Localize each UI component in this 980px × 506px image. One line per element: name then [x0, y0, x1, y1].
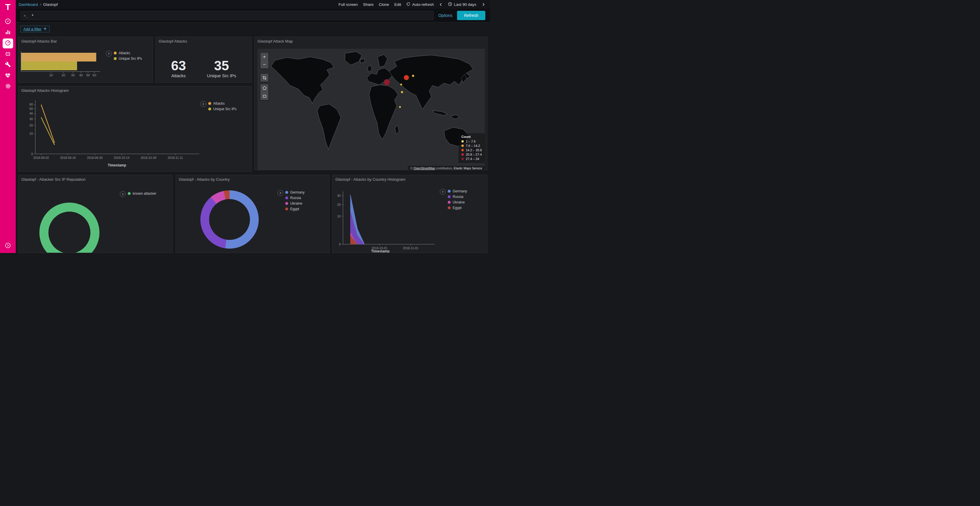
country-donut-chart[interactable]	[200, 190, 259, 249]
bar-chart-icon	[5, 29, 11, 36]
sidebar-item-timelion[interactable]	[3, 49, 13, 59]
map-draw-controls	[261, 84, 268, 100]
panel-src-ip-reputation: Glastopf - Attacker Src IP Reputation kn…	[18, 175, 173, 253]
metric-attacks: 63 Attacks	[171, 59, 186, 78]
legend-item[interactable]: Russia	[285, 196, 304, 200]
panel-attacks-histogram: Glastopf Attacks Histogram 0102030405060…	[18, 86, 252, 172]
map-crop-button[interactable]	[261, 74, 268, 82]
svg-text:2018-09-30: 2018-09-30	[87, 156, 103, 159]
openstreetmap-link[interactable]: OpenStreetMap	[414, 167, 435, 170]
legend-item[interactable]: Egypt	[448, 206, 467, 210]
world-map[interactable]: + −	[258, 49, 485, 170]
legend-toggle[interactable]	[106, 51, 112, 57]
legend-item[interactable]: Germany	[448, 189, 467, 193]
panel-attacks-by-country-histogram: Glastopf - Attacks by Country Histogram …	[332, 175, 487, 253]
svg-text:60: 60	[93, 73, 96, 77]
app-sidebar: T	[0, 0, 16, 253]
legend-dot	[114, 57, 117, 60]
legend-item[interactable]: Unique Src IPs	[208, 107, 237, 111]
legend-item[interactable]: Attacks	[114, 51, 142, 55]
sidebar-item-monitoring[interactable]	[3, 71, 13, 81]
legend-dot	[208, 102, 211, 105]
map-zoom-in-button[interactable]: +	[261, 53, 268, 60]
metric-unique-src-ips: 35 Unique Src IPs	[207, 59, 236, 78]
map-legend-title: Count	[461, 135, 482, 138]
legend-dot	[208, 108, 211, 111]
legend-toggle[interactable]	[277, 190, 283, 196]
legend-dot	[285, 202, 288, 205]
panel-attack-map: Glastopf Attack Map + −	[255, 37, 487, 170]
legend-dot	[448, 190, 450, 193]
map-crop-control	[261, 74, 268, 82]
legend-item[interactable]: 1 – 7.6	[461, 140, 482, 143]
sidebar-item-discover[interactable]	[3, 17, 13, 27]
svg-text:2018-09-16: 2018-09-16	[60, 156, 76, 159]
legend-dot	[448, 201, 450, 204]
legend-item[interactable]: 14.2 – 20.8	[461, 148, 482, 152]
attacks-histogram-chart[interactable]: 01020304050602018-09-022018-09-162018-09…	[21, 94, 210, 170]
robot-icon	[5, 51, 11, 58]
svg-text:Timestamp: Timestamp	[371, 249, 390, 253]
chart-legend: GermanyRussiaUkraineEgypt	[277, 190, 304, 211]
panel-attacks-bar: Glastopf Attacks Bar 102030405060 Attack…	[18, 37, 153, 83]
legend-dot	[461, 140, 464, 143]
map-polygon-button[interactable]	[261, 84, 268, 92]
legend-item[interactable]: Egypt	[285, 207, 304, 211]
legend-item[interactable]: Germany	[285, 190, 304, 194]
svg-text:20: 20	[62, 73, 65, 77]
legend-dot	[114, 52, 117, 54]
legend-toggle[interactable]	[440, 189, 445, 195]
chart-legend: GermanyRussiaUkraineEgypt	[440, 189, 467, 210]
svg-text:30: 30	[29, 117, 33, 121]
legend-toggle[interactable]	[200, 101, 206, 107]
reputation-donut-chart[interactable]	[40, 203, 99, 253]
map-zoom-out-button[interactable]: −	[261, 60, 268, 68]
legend-toggle[interactable]	[120, 191, 126, 197]
metric-label: Attacks	[171, 73, 186, 78]
legend-item[interactable]: 27.4 – 34	[461, 157, 482, 160]
sidebar-item-devtools[interactable]	[3, 60, 13, 70]
map-rectangle-button[interactable]	[261, 92, 268, 100]
svg-text:30: 30	[337, 194, 340, 197]
attacks-bar-chart[interactable]: 102030405060	[20, 49, 107, 78]
sidebar-item-visualize[interactable]	[3, 28, 13, 38]
panel-title: Glastopf - Attacker Src IP Reputation	[21, 177, 169, 182]
legend-dot	[448, 206, 450, 209]
legend-item[interactable]: Attacks	[208, 102, 237, 106]
panel-attacks-metric: Glastopf Attacks 63 Attacks 35 Unique Sr…	[156, 37, 252, 83]
svg-text:40: 40	[29, 112, 33, 115]
legend-item[interactable]: Russia	[448, 195, 467, 199]
svg-text:2018-11-11: 2018-11-11	[168, 156, 183, 159]
legend-dot	[461, 149, 464, 151]
sidebar-item-dashboard[interactable]	[3, 38, 13, 48]
chevron-right-circle-icon	[5, 244, 11, 249]
legend-dot	[461, 158, 464, 160]
svg-text:10: 10	[337, 214, 340, 218]
map-canvas[interactable]	[258, 49, 485, 170]
legend-item[interactable]: 7.6 – 14.2	[461, 144, 482, 148]
svg-text:20: 20	[337, 203, 340, 206]
svg-text:Timestamp: Timestamp	[108, 163, 126, 167]
panel-title: Glastopf - Attacks by Country	[179, 177, 326, 182]
dashboard-grid: Glastopf Attacks Bar 102030405060 Attack…	[16, 0, 490, 253]
legend-dot	[448, 195, 450, 198]
legend-item[interactable]: known attacker	[128, 192, 156, 195]
legend-item[interactable]: Ukraine	[448, 200, 467, 204]
legend-dot	[285, 191, 288, 194]
panel-attacks-by-country: Glastopf - Attacks by Country GermanyRus…	[176, 175, 329, 253]
sidebar-item-management[interactable]	[3, 82, 13, 92]
telekom-logo[interactable]: T	[5, 2, 11, 12]
legend-item[interactable]: Unique Src IPs	[114, 57, 142, 60]
metric-value: 35	[207, 59, 236, 72]
legend-item[interactable]: 20.8 – 27.4	[461, 153, 482, 156]
sidebar-collapse-button[interactable]	[5, 243, 11, 249]
legend-item[interactable]: Ukraine	[285, 201, 304, 206]
panel-title: Glastopf - Attacks by Country Histogram	[336, 177, 484, 182]
panel-title: Glastopf Attack Map	[258, 39, 484, 43]
map-count-legend: Count 1 – 7.67.6 – 14.214.2 – 20.820.8 –…	[458, 133, 485, 163]
chart-legend: AttacksUnique Src IPs	[106, 51, 142, 60]
chart-legend: AttacksUnique Src IPs	[200, 102, 237, 111]
svg-text:2018-10-14: 2018-10-14	[114, 156, 129, 159]
main-area: Dashboard / Glastopf Full screen Share C…	[16, 0, 490, 253]
gauge-icon	[5, 40, 11, 47]
